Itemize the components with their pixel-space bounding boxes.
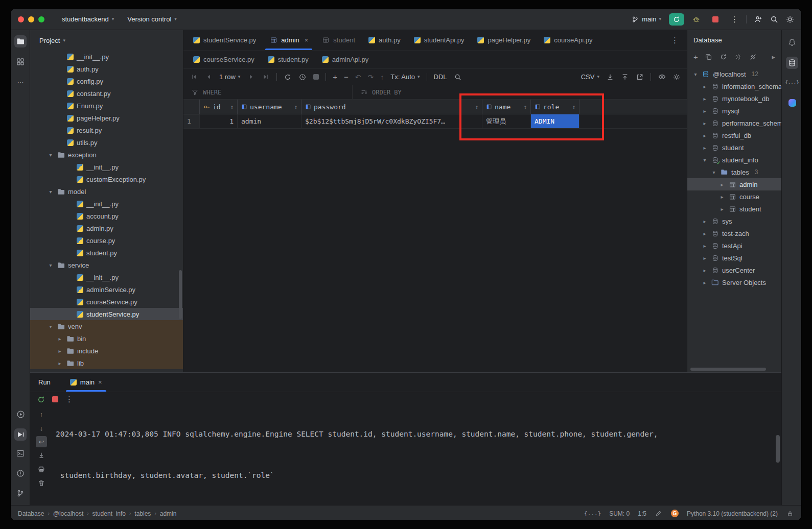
last-page-icon[interactable] <box>262 73 270 81</box>
more-options-icon[interactable]: ⋮ <box>65 395 73 404</box>
column-header-password[interactable]: password↕ <box>301 100 482 114</box>
db-schema[interactable]: ▸information_schema <box>687 80 781 92</box>
project-folder-venv[interactable]: ▾venv <box>30 320 183 332</box>
db-table-selected[interactable]: ▸admin <box>687 178 781 190</box>
project-file[interactable]: __init__.py <box>30 51 183 63</box>
project-file[interactable]: config.py <box>30 75 183 87</box>
previous-page-icon[interactable] <box>204 73 213 81</box>
db-schema[interactable]: ▸mysql <box>687 105 781 117</box>
editor-tab[interactable]: adminApi.py <box>315 51 376 68</box>
db-schema[interactable]: ▸userCenter <box>687 264 781 276</box>
stop-process-icon[interactable] <box>52 396 58 402</box>
project-file[interactable]: constant.py <box>30 87 183 100</box>
close-window-button[interactable] <box>18 16 24 22</box>
editor-tab[interactable]: courseService.py <box>187 51 261 68</box>
column-header-id[interactable]: id↕ <box>200 100 238 114</box>
editor-tab[interactable]: pageHelper.py <box>471 30 537 50</box>
services-tool-icon[interactable] <box>14 408 27 420</box>
editor-tab[interactable]: auth.py <box>362 30 407 50</box>
grid-settings-gear-icon[interactable] <box>672 73 681 81</box>
editor-tab[interactable]: courseApi.py <box>537 30 599 50</box>
print-icon[interactable] <box>36 464 47 475</box>
project-file[interactable]: student.py <box>30 247 183 259</box>
next-page-icon[interactable] <box>247 73 255 81</box>
chevron-right-icon[interactable]: ▸ <box>772 53 775 61</box>
edit-mode-pencil-icon[interactable] <box>655 510 663 518</box>
close-tab-icon[interactable]: × <box>98 378 102 386</box>
editor-tab[interactable]: student.py <box>261 51 315 68</box>
first-page-icon[interactable] <box>190 73 198 81</box>
project-folder[interactable]: ▾service <box>30 259 183 271</box>
cell-password[interactable]: $2b$12$ttbSmj8jD5rW/c0XdkBZyOZI5F7… <box>301 114 482 128</box>
down-stacktrace-icon[interactable]: ↓ <box>36 422 47 434</box>
problems-tool-icon[interactable] <box>14 467 27 479</box>
project-file[interactable]: __init__.py <box>30 271 183 283</box>
db-datasource[interactable]: ▾@localhost12 <box>687 68 781 80</box>
clear-console-trash-icon[interactable] <box>36 477 47 489</box>
row-number-cell[interactable]: 1 <box>183 114 200 128</box>
breadcrumb[interactable]: admin <box>160 510 177 517</box>
duplicate-icon[interactable] <box>705 53 713 61</box>
project-scrollbar[interactable] <box>179 270 182 319</box>
db-schema[interactable]: ▸testApi <box>687 239 781 252</box>
undo-icon[interactable]: ↶ <box>355 73 361 81</box>
transaction-mode-dropdown[interactable]: Tx: Auto▾ <box>390 73 420 81</box>
soft-wrap-icon[interactable]: ↩ <box>36 436 47 447</box>
ai-assistant-icon[interactable] <box>786 97 798 109</box>
breadcrumb[interactable]: @localhost <box>53 510 84 517</box>
project-file[interactable]: utils.py <box>30 136 183 149</box>
version-control-menu[interactable]: Version control▾ <box>127 15 177 23</box>
more-actions-icon[interactable]: ⋮ <box>731 15 738 24</box>
db-schema[interactable]: ▸test-zach <box>687 227 781 239</box>
cell-username[interactable]: admin <box>238 114 301 128</box>
export-format-dropdown[interactable]: CSV▾ <box>581 73 599 81</box>
disconnect-icon[interactable] <box>749 53 757 61</box>
breadcrumb[interactable]: student_info <box>92 510 126 517</box>
project-file[interactable]: __init__.py <box>30 198 183 210</box>
python-interpreter[interactable]: Python 3.10 (studentbackend) (2) <box>687 510 778 517</box>
project-file-selected[interactable]: studentService.py <box>30 308 183 320</box>
notifications-bell-icon[interactable] <box>786 36 798 49</box>
more-tools-icon[interactable]: ⋯ <box>14 76 27 88</box>
project-file[interactable]: customException.py <box>30 173 183 185</box>
rerun-icon[interactable] <box>37 395 45 403</box>
project-folder[interactable]: ▾exception <box>30 149 183 161</box>
project-file[interactable]: __init__.py <box>30 161 183 173</box>
value-format-braces[interactable]: {...} <box>584 510 601 517</box>
cell-name[interactable]: 管理员 <box>482 114 531 128</box>
datasource-settings-gear-icon[interactable] <box>734 53 743 61</box>
redo-icon[interactable]: ↷ <box>368 73 374 81</box>
project-folder[interactable]: ▸lib <box>30 357 183 369</box>
column-header-username[interactable]: username↕ <box>238 100 301 114</box>
query-history-icon[interactable] <box>298 73 307 81</box>
rerun-button[interactable] <box>669 13 684 26</box>
debug-icon[interactable] <box>692 15 700 23</box>
tabs-more-icon[interactable]: ⋮ <box>671 36 687 45</box>
project-file[interactable]: course.py <box>30 234 183 247</box>
search-in-grid-icon[interactable] <box>454 73 462 81</box>
db-schema[interactable]: ▸restful_db <box>687 129 781 141</box>
add-datasource-icon[interactable]: + <box>693 53 698 61</box>
db-schema[interactable]: ▸performance_schema <box>687 117 781 129</box>
cell-role-selected[interactable]: ADMIN <box>531 114 579 128</box>
project-file[interactable]: adminService.py <box>30 283 183 296</box>
breadcrumb[interactable]: tables <box>134 510 151 517</box>
project-file[interactable]: pageHelper.py <box>30 112 183 124</box>
sort-icon[interactable]: ↕ <box>523 104 527 110</box>
breadcrumb[interactable]: Database <box>18 510 44 517</box>
project-file[interactable]: account.py <box>30 210 183 222</box>
project-folder[interactable]: ▸bin <box>30 332 183 345</box>
add-row-icon[interactable]: + <box>333 73 337 81</box>
chevron-down-icon[interactable]: ▾ <box>63 38 65 43</box>
settings-gear-icon[interactable] <box>786 15 794 23</box>
database-horizontal-scrollbar[interactable] <box>690 368 766 371</box>
db-schema[interactable]: ▸mynotebook_db <box>687 92 781 105</box>
project-folder[interactable]: ▾model <box>30 185 183 198</box>
endpoints-braces-icon[interactable]: {...} <box>786 76 798 88</box>
ddl-button[interactable]: DDL <box>434 73 447 81</box>
search-icon[interactable] <box>770 15 778 23</box>
project-file[interactable]: Enum.py <box>30 100 183 112</box>
project-file[interactable]: result.py <box>30 124 183 136</box>
export-data-icon[interactable] <box>636 73 644 81</box>
version-control-tool-icon[interactable] <box>14 487 27 499</box>
